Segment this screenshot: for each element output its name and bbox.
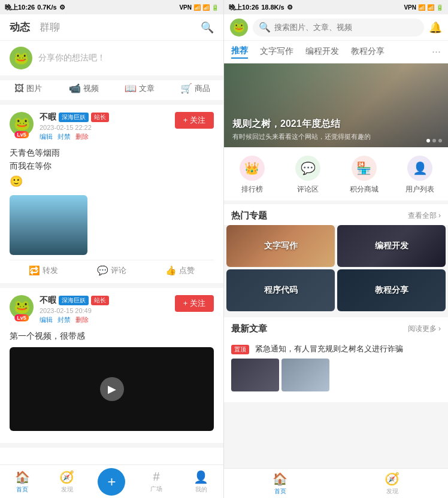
delete-link-1[interactable]: 删除	[75, 132, 89, 141]
latest-title: 最新文章	[231, 323, 267, 335]
feed-header-2: 🐸 Lv5 不暇 深海巨妖 站长 2023-02-15 20:49 编辑 封禁 …	[10, 295, 214, 324]
feed-time-2: 2023-02-15 20:49	[40, 307, 169, 314]
search-input[interactable]	[274, 23, 418, 32]
lv-badge-2: Lv5	[14, 314, 29, 321]
tab-tutorial[interactable]: 教程分享	[351, 46, 385, 58]
follow-btn-2[interactable]: + 关注	[175, 295, 214, 312]
tab-writing[interactable]: 文字写作	[260, 46, 293, 58]
media-goods[interactable]: 🛒 商品	[168, 83, 223, 94]
lv-badge-1: Lv5	[14, 131, 29, 138]
add-button[interactable]: +	[98, 468, 125, 496]
mine-label: 我的	[195, 485, 207, 494]
nav-add-left[interactable]: +	[89, 468, 134, 496]
shop-icon-circle: 🏪	[352, 156, 377, 181]
search-box[interactable]: 🔍	[253, 19, 424, 37]
rnav-discover[interactable]: 🧭 发现	[336, 472, 448, 496]
discover-icon: 🧭	[59, 470, 74, 484]
nav-plaza-left[interactable]: # 广场	[134, 470, 179, 493]
tag-shenhai-2: 深海巨妖	[59, 296, 89, 305]
tab-dongtai[interactable]: 动态	[10, 20, 30, 34]
feed-meta-1: 不暇 深海巨妖 站长 2023-02-15 22:22 编辑 封禁 删除	[40, 112, 169, 141]
status-left: 晚上10:26 0.7K/s ⚙	[5, 3, 65, 12]
media-photo[interactable]: 🖼 图片	[0, 83, 56, 94]
share-bar: 🐸 分享你的想法吧！	[0, 41, 223, 80]
hot-card-writing[interactable]: 文字写作	[226, 225, 335, 267]
tab-qunjiao[interactable]: 群聊	[40, 20, 60, 34]
photo-icon: 🖼	[14, 83, 24, 94]
latest-more[interactable]: 阅读更多 ›	[408, 324, 441, 334]
article-thumb-2	[281, 359, 329, 391]
quick-comment[interactable]: 💬 评论区	[280, 156, 337, 195]
dot-1	[426, 139, 430, 142]
feed-image-content	[10, 195, 87, 255]
nav-mine-left[interactable]: 👤 我的	[178, 470, 223, 494]
tab-programming[interactable]: 编程开发	[305, 46, 339, 58]
media-article[interactable]: 📖 文章	[112, 83, 168, 94]
ban-link-2[interactable]: 封禁	[57, 315, 71, 324]
speed-right: 18.8K/s	[261, 4, 284, 11]
feed-avatar-1: 🐸 Lv5	[10, 112, 34, 136]
media-video[interactable]: 📹 视频	[56, 83, 111, 94]
play-button[interactable]: ▶	[100, 377, 124, 401]
wifi-icon: 📶	[202, 4, 210, 11]
delete-link-2[interactable]: 删除	[75, 315, 89, 324]
article-title-1: 紧急通知，有人冒充规则之树名义进行诈骗	[255, 344, 403, 353]
vpn-badge-left: VPN	[179, 4, 192, 11]
left-title-tabs: 动态 群聊	[10, 20, 191, 34]
hot-topics-more[interactable]: 查看全部 ›	[408, 211, 441, 221]
repost-btn-1[interactable]: 🔁 转发	[10, 265, 78, 276]
nav-discover-left[interactable]: 🧭 发现	[45, 470, 90, 494]
media-photo-label: 图片	[26, 83, 42, 94]
article-item-1[interactable]: 置顶 紧急通知，有人冒充规则之树名义进行诈骗	[224, 338, 448, 396]
edit-link-2[interactable]: 编辑	[40, 315, 53, 324]
feed-name-1: 不暇	[40, 112, 56, 123]
hot-card-programming-label: 编程开发	[375, 241, 408, 251]
like-btn-1[interactable]: 👍 点赞	[146, 265, 214, 276]
quick-shop[interactable]: 🏪 积分商城	[336, 156, 392, 195]
hot-card-code[interactable]: 程序代码	[226, 269, 335, 311]
mine-icon: 👤	[193, 470, 208, 484]
bell-icon[interactable]: 🔔	[429, 21, 442, 34]
feed-text-1: 天青色等烟雨 而我在等你 🙂	[10, 146, 214, 190]
battery-icon: 🔋	[211, 4, 219, 11]
rnav-home[interactable]: 🏠 首页	[224, 472, 336, 496]
search-icon-left[interactable]: 🔍	[201, 21, 214, 34]
quick-users[interactable]: 👤 用户列表	[392, 156, 449, 195]
follow-btn-1[interactable]: + 关注	[175, 112, 214, 129]
feed-item-1: 🐸 Lv5 不暇 深海巨妖 站长 2023-02-15 22:22 编辑 封禁 …	[0, 105, 223, 288]
left-status-bar: 晚上10:26 0.7K/s ⚙ VPN 📶 📶 🔋	[0, 0, 223, 14]
right-settings-icon: ⚙	[287, 4, 293, 11]
hot-topics-section: 热门专题 查看全部 › 文字写作 编程开发 程序代码 教程分享	[224, 204, 448, 314]
feed-actions-1: 编辑 封禁 删除	[40, 132, 169, 141]
hero-dots	[426, 139, 442, 142]
edit-link-1[interactable]: 编辑	[40, 132, 53, 141]
hot-card-tutorial[interactable]: 教程分享	[337, 269, 446, 311]
comment-btn-1[interactable]: 💬 评论	[78, 265, 146, 276]
plaza-label: 广场	[150, 485, 162, 493]
hot-card-programming[interactable]: 编程开发	[337, 225, 446, 267]
tabs-more-icon[interactable]: ···	[432, 45, 441, 58]
right-battery-icon: 🔋	[436, 4, 443, 11]
shop-label: 积分商城	[350, 184, 379, 195]
tab-recommend[interactable]: 推荐	[231, 45, 248, 59]
article-thumb-1	[231, 359, 279, 391]
feed-footer-1: 🔁 转发 💬 评论 👍 点赞	[10, 260, 214, 276]
share-placeholder[interactable]: 分享你的想法吧！	[38, 53, 214, 63]
tag-zhangzhang-2: 站长	[91, 296, 109, 305]
feed-text-2: 第一个视频，很带感	[10, 329, 214, 342]
dot-2	[432, 139, 436, 142]
video-icon: 📹	[69, 83, 81, 94]
quick-rank[interactable]: 👑 排行榜	[224, 156, 280, 195]
time-left: 晚上10:26	[5, 3, 35, 12]
rank-icon-circle: 👑	[240, 156, 265, 181]
hero-text: 规则之树，2021年度总结 有时候回过头来看看这个网站，还觉得挺有趣的	[232, 118, 371, 141]
dot-3	[438, 139, 442, 142]
ban-link-1[interactable]: 封禁	[57, 132, 71, 141]
comment-icon-circle: 💬	[295, 156, 320, 181]
right-status-left: 晚上10:26 18.8K/s ⚙	[229, 3, 293, 12]
feed-item-2: 🐸 Lv5 不暇 深海巨妖 站长 2023-02-15 20:49 编辑 封禁 …	[0, 288, 223, 448]
feed-video-2[interactable]: ▶	[10, 347, 214, 431]
nav-home-left[interactable]: 🏠 首页	[0, 470, 45, 494]
pinned-badge: 置顶	[231, 345, 249, 354]
share-avatar: 🐸	[10, 47, 32, 69]
